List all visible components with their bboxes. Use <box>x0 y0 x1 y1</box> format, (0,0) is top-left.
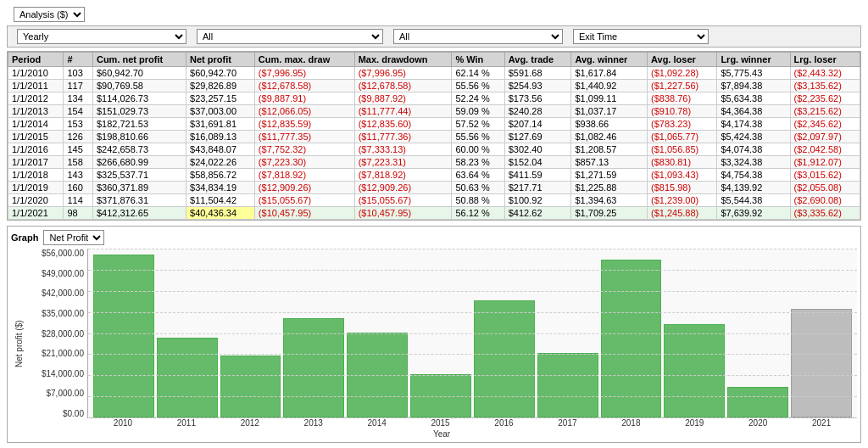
table-row: 1/1/2012134$114,026.73$23,257.15($9,887.… <box>8 92 860 105</box>
bar-group <box>220 249 281 417</box>
cell-r1-c2: $90,769.58 <box>92 80 186 92</box>
x-label-2010: 2010 <box>92 418 153 428</box>
cell-r8-c3: $58,856.72 <box>186 169 255 182</box>
cell-r4-c0: 1/1/2014 <box>8 118 64 131</box>
cell-r10-c3: $11,504.42 <box>186 194 255 207</box>
cell-r0-c10: $5,775.43 <box>717 67 790 80</box>
cell-r5-c6: 55.56 % <box>452 131 504 143</box>
cell-r5-c1: 126 <box>64 131 93 143</box>
cell-r4-c11: ($2,345.62) <box>790 118 860 131</box>
col-header-lrg.-winner: Lrg. winner <box>717 53 790 67</box>
cell-r8-c6: 63.64 % <box>452 169 504 182</box>
bar-group <box>347 249 408 417</box>
table-row: 1/1/2019160$360,371.89$34,834.19($12,909… <box>8 182 860 194</box>
cell-r0-c1: 103 <box>64 67 93 80</box>
col-header-#: # <box>64 53 93 67</box>
cell-r11-c0: 1/1/2021 <box>8 207 64 220</box>
bar-2012 <box>220 356 281 417</box>
cell-r9-c11: ($2,055.08) <box>790 182 860 194</box>
cell-r10-c4: ($15,055.67) <box>254 194 354 207</box>
bar-group <box>157 249 218 417</box>
cell-r10-c7: $100.92 <box>504 194 571 207</box>
x-label-2012: 2012 <box>220 418 281 428</box>
cell-r7-c2: $266,680.99 <box>92 156 186 169</box>
x-label-2011: 2011 <box>156 418 217 428</box>
cell-r4-c10: $4,174.38 <box>717 118 790 131</box>
cell-r11-c6: 56.12 % <box>452 207 504 220</box>
cell-r11-c9: ($1,245.88) <box>648 207 717 220</box>
cell-r1-c5: ($12,678.58) <box>354 80 452 92</box>
cell-r11-c1: 98 <box>64 207 93 220</box>
cell-r7-c9: ($830.81) <box>648 156 717 169</box>
cell-r4-c2: $182,721.53 <box>92 118 186 131</box>
cell-r3-c5: ($11,777.44) <box>354 105 452 118</box>
bar-group <box>474 249 535 417</box>
graph-select[interactable]: Net Profit <box>43 230 104 245</box>
analysis-table: Period#Cum. net profitNet profitCum. max… <box>8 52 860 220</box>
bar-group <box>93 249 154 417</box>
tb-select[interactable]: Exit Time <box>573 29 709 44</box>
filter-bar: Yearly All All Exit Time <box>7 25 861 48</box>
x-labels: 2010201120122013201420152016201720182019… <box>87 418 857 428</box>
bar-2021 <box>791 309 852 417</box>
x-label-2017: 2017 <box>537 418 598 428</box>
cell-r9-c9: ($815.98) <box>648 182 717 194</box>
cell-r8-c8: $1,271.59 <box>571 169 648 182</box>
cell-r2-c8: $1,099.11 <box>571 92 648 105</box>
bar-2014 <box>347 333 408 417</box>
cell-r8-c9: ($1,093.43) <box>648 169 717 182</box>
cell-r2-c3: $23,257.15 <box>186 92 255 105</box>
cell-r3-c4: ($12,066.05) <box>254 105 354 118</box>
cell-r9-c6: 50.63 % <box>452 182 504 194</box>
ls-select[interactable]: All <box>197 29 383 44</box>
bars-inner <box>88 249 857 417</box>
bar-group <box>537 249 598 417</box>
x-label-2019: 2019 <box>664 418 725 428</box>
cell-r5-c2: $198,810.66 <box>92 131 186 143</box>
cell-r10-c10: $5,544.38 <box>717 194 790 207</box>
cell-r10-c9: ($1,239.00) <box>648 194 717 207</box>
x-axis-title: Year <box>26 429 857 439</box>
y-axis-title: Net profit ($) <box>11 249 26 439</box>
cell-r1-c11: ($3,135.62) <box>790 80 860 92</box>
cell-r1-c10: $7,894.38 <box>717 80 790 92</box>
cell-r0-c8: $1,617.84 <box>571 67 648 80</box>
cell-r1-c7: $254.93 <box>504 80 571 92</box>
display-select[interactable]: Analysis ($) <box>14 7 85 22</box>
cell-r3-c11: ($3,215.62) <box>790 105 860 118</box>
col-header-avg.-loser: Avg. loser <box>648 53 717 67</box>
top-bar: Analysis ($) <box>7 7 861 22</box>
cell-r3-c7: $240.28 <box>504 105 571 118</box>
cell-r6-c0: 1/1/2016 <box>8 143 64 156</box>
cell-r2-c6: 52.24 % <box>452 92 504 105</box>
cell-r5-c9: ($1,065.77) <box>648 131 717 143</box>
cell-r10-c11: ($2,690.08) <box>790 194 860 207</box>
cell-r8-c11: ($3,015.62) <box>790 169 860 182</box>
cell-r0-c3: $60,942.70 <box>186 67 255 80</box>
cell-r11-c3: $40,436.34 <box>186 207 255 220</box>
grid-line <box>88 417 857 418</box>
cell-r2-c0: 1/1/2012 <box>8 92 64 105</box>
cell-r7-c3: $24,022.26 <box>186 156 255 169</box>
wl-select[interactable]: All <box>393 29 563 44</box>
bar-2015 <box>410 374 471 417</box>
cell-r2-c2: $114,026.73 <box>92 92 186 105</box>
col-header-lrg.-loser: Lrg. loser <box>790 53 860 67</box>
cell-r4-c7: $207.14 <box>504 118 571 131</box>
cell-r5-c11: ($2,097.97) <box>790 131 860 143</box>
period-select[interactable]: Yearly <box>17 29 186 44</box>
table-row: 1/1/2016145$242,658.73$43,848.07($7,752.… <box>8 143 860 156</box>
cell-r3-c0: 1/1/2013 <box>8 105 64 118</box>
cell-r1-c4: ($12,678.58) <box>254 80 354 92</box>
cell-r6-c1: 145 <box>64 143 93 156</box>
bar-2010 <box>93 255 154 418</box>
cell-r4-c3: $31,691.81 <box>186 118 255 131</box>
cell-r6-c10: $4,074.38 <box>717 143 790 156</box>
cell-r2-c9: ($838.76) <box>648 92 717 105</box>
cell-r9-c3: $34,834.19 <box>186 182 255 194</box>
cell-r7-c0: 1/1/2017 <box>8 156 64 169</box>
cell-r11-c11: ($3,335.62) <box>790 207 860 220</box>
x-label-2014: 2014 <box>347 418 408 428</box>
col-header-period: Period <box>8 53 64 67</box>
cell-r2-c7: $173.56 <box>504 92 571 105</box>
